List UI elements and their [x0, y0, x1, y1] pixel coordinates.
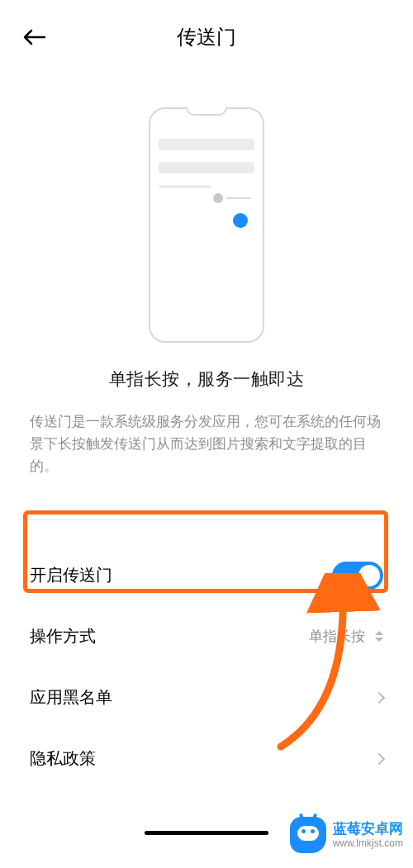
setting-label: 操作方式 — [30, 625, 96, 647]
watermark-text-url: www.lmkjst.com — [333, 837, 403, 849]
chevron-right-icon — [373, 691, 385, 703]
chevron-right-icon — [373, 752, 385, 764]
setting-value: 单指长按 — [309, 627, 383, 646]
setting-operation-mode[interactable]: 操作方式 单指长按 — [30, 606, 383, 667]
description-text: 传送门是一款系统级服务分发应用，您可在系统的任何场景下长按触发传送门从而达到图片… — [0, 410, 413, 478]
watermark-logo-icon — [290, 817, 326, 853]
watermark-text-cn: 蓝莓安卓网 — [333, 821, 403, 837]
phone-mockup-icon — [149, 107, 264, 343]
illustration-area: 单指长按，服务一触即达 — [0, 74, 413, 391]
illustration-caption: 单指长按，服务一触即达 — [109, 368, 305, 391]
header: 传送门 — [0, 0, 413, 74]
toggle-enable-portal[interactable] — [332, 562, 383, 590]
updown-icon — [375, 631, 383, 642]
divider — [30, 519, 383, 520]
setting-label: 隐私政策 — [30, 747, 96, 770]
setting-label: 应用黑名单 — [30, 686, 112, 709]
setting-privacy-policy[interactable]: 隐私政策 — [30, 728, 383, 790]
back-arrow-icon — [23, 29, 46, 45]
setting-app-blacklist[interactable]: 应用黑名单 — [30, 667, 383, 728]
setting-label: 开启传送门 — [30, 564, 112, 586]
watermark: 蓝莓安卓网 www.lmkjst.com — [290, 817, 403, 853]
toggle-knob — [358, 565, 380, 586]
page-title: 传送门 — [177, 24, 236, 50]
watermark-text: 蓝莓安卓网 www.lmkjst.com — [333, 821, 403, 850]
home-indicator[interactable] — [145, 831, 268, 835]
back-button[interactable] — [20, 22, 50, 52]
setting-enable-portal[interactable]: 开启传送门 — [30, 545, 383, 606]
operation-mode-value: 单指长按 — [309, 627, 365, 646]
settings-list: 开启传送门 操作方式 单指长按 应用黑名单 隐私政策 — [0, 545, 413, 790]
